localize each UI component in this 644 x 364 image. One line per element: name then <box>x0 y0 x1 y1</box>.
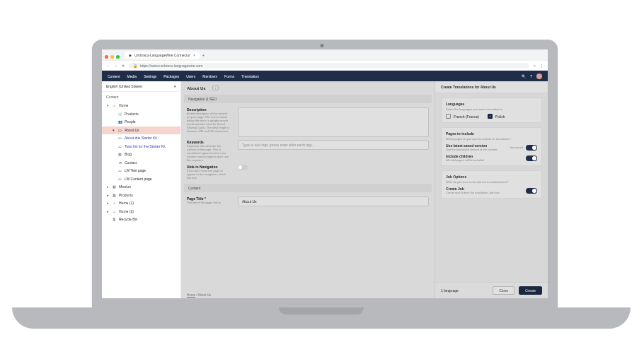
breadcrumb[interactable]: Home / About Us <box>187 293 211 297</box>
close-icon[interactable]: × <box>193 53 195 57</box>
grid-icon: ▦ <box>112 193 117 199</box>
nav-back[interactable]: ← <box>106 64 110 68</box>
user-avatar[interactable] <box>536 74 542 79</box>
url-text: https://www.umbraco.languagewire.com <box>140 64 202 68</box>
create-job-sub: Create and Submit the translation Job no… <box>446 191 500 194</box>
nav-members[interactable]: Members <box>202 74 217 78</box>
tree-products[interactable]: 🛒Products <box>102 110 180 119</box>
nav-settings[interactable]: Settings <box>144 74 156 78</box>
panel-footer: 1 language Close Create <box>435 282 548 298</box>
include-children-toggle[interactable] <box>526 155 537 161</box>
job-options-sub: What do you want to do with the translat… <box>446 180 537 184</box>
tree-home-1[interactable]: ▸⌂Home (1) <box>102 199 180 208</box>
people-icon: 👥 <box>117 119 122 125</box>
description-help: A brief description of the content on yo… <box>187 112 231 133</box>
pagetitle-input[interactable]: About Us <box>238 196 429 206</box>
home-icon: ⌂ <box>112 201 117 206</box>
tree-lw-content[interactable]: ▭LW Content page <box>102 175 180 184</box>
checkbox-polish[interactable] <box>488 114 493 119</box>
panel-title: Create Translations for About Us <box>435 81 548 93</box>
pages-sub: Which pages do you want to include for t… <box>446 137 537 141</box>
create-button[interactable]: Create <box>519 286 542 295</box>
tree-people[interactable]: 👥People <box>102 118 180 127</box>
create-job-toggle[interactable] <box>526 188 537 194</box>
window-controls <box>105 49 122 61</box>
grid-icon: ▦ <box>112 184 117 190</box>
nav-forward[interactable]: → <box>114 64 117 68</box>
chevron-down-icon: ▾ <box>174 84 176 88</box>
content-editor: About Us i Navigation & SEO Description … <box>181 81 435 298</box>
pagetitle-help: The title of the page, this is <box>187 201 231 204</box>
description-input[interactable] <box>238 107 429 137</box>
nav-forms[interactable]: Forms <box>224 74 234 78</box>
lang-french[interactable]: French (France) <box>446 114 479 119</box>
doc-icon: ▭ <box>117 144 122 150</box>
doc-icon: ▭ <box>117 136 122 141</box>
nav-media[interactable]: Media <box>127 74 137 78</box>
nav-content[interactable]: Content <box>108 74 120 78</box>
lock-icon: 🔒 <box>133 64 137 68</box>
search-icon[interactable]: 🔍 <box>522 74 526 78</box>
bookmark-icon[interactable]: ☆ <box>533 64 536 68</box>
section-content: Content <box>184 184 432 192</box>
favicon-icon: ◆ <box>129 53 132 57</box>
tab-title: Umbraco-LanguageWire Connector <box>134 53 190 57</box>
doc-icon: ▭ <box>117 168 122 174</box>
home-icon: ⌂ <box>112 103 117 109</box>
top-navigation: Content Media Settings Packages Users Me… <box>102 71 548 81</box>
tree-blog[interactable]: ▦Blog <box>102 151 180 159</box>
tree-about-us[interactable]: ▾▭About Us <box>102 127 180 135</box>
include-children-sub: All child pages will be included <box>446 158 484 162</box>
nav-packages[interactable]: Packages <box>163 74 179 78</box>
tree-contact[interactable]: ✉Contact <box>102 159 180 168</box>
mail-icon: ✉ <box>117 160 122 166</box>
language-selector[interactable]: English (United States) ▾ <box>102 81 180 92</box>
tree-todo[interactable]: ▭Todo list for the Starter Kit <box>102 143 180 151</box>
tree-about-starter[interactable]: ▭About this Starter Kit <box>102 134 180 143</box>
doc-icon: ▭ <box>117 128 122 134</box>
lang-polish[interactable]: Polish <box>488 114 505 119</box>
lang-french-label: French (France) <box>454 115 479 119</box>
grid-icon: ▦ <box>117 152 122 158</box>
nav-users[interactable]: Users <box>186 74 195 78</box>
nav-translation[interactable]: Translation <box>241 74 259 78</box>
pages-card: Pages to include Which pages do you want… <box>441 127 542 166</box>
browser-chrome: ◆ Umbraco-LanguageWire Connector × + ← →… <box>102 49 548 71</box>
address-bar[interactable]: 🔒 https://www.umbraco.languagewire.com <box>129 63 529 69</box>
job-options-header: Job Options <box>446 175 537 179</box>
pages-header: Pages to include <box>446 131 537 136</box>
lang-polish-label: Polish <box>495 115 505 119</box>
tree-mission[interactable]: ▸▦Mission <box>102 183 180 192</box>
cart-icon: 🛒 <box>117 112 122 117</box>
languages-sub: Select the languages you want to transla… <box>446 107 537 111</box>
info-pill[interactable]: i <box>212 86 219 90</box>
translation-panel: Create Translations for About Us Languag… <box>435 81 548 298</box>
page-title: About Us <box>187 86 206 90</box>
menu-icon[interactable]: ⋮ <box>540 64 544 68</box>
trash-icon: 🗑 <box>112 217 117 223</box>
tree-home-2[interactable]: ▸⌂Home (2) <box>102 208 180 216</box>
content-tree: ▾⌂Home 🛒Products 👥People ▾▭About Us ▭Abo… <box>102 102 180 224</box>
hide-nav-toggle[interactable] <box>238 165 248 170</box>
new-tab-button[interactable]: + <box>202 53 205 57</box>
hide-nav-help: If you don't want this page to appear in… <box>187 169 231 180</box>
tree-recycle-bin[interactable]: 🗑Recycle Bin <box>102 216 180 224</box>
help-icon[interactable]: ? <box>530 74 532 78</box>
keywords-help: Keywords that describe the content of th… <box>187 144 231 162</box>
home-icon: ⌂ <box>112 209 117 215</box>
languages-card: Languages Select the languages you want … <box>441 98 542 123</box>
latest-saved-sub: Use the last saved version of the conten… <box>446 148 498 151</box>
close-button[interactable]: Close <box>493 286 514 295</box>
keywords-input[interactable]: Type to add tags (press enter after each… <box>238 140 429 150</box>
tree-products-2[interactable]: ▸▦Products <box>102 192 180 200</box>
latest-saved-badge: last saved <box>510 146 523 149</box>
footer-summary: 1 language <box>441 288 459 293</box>
browser-tab[interactable]: ◆ Umbraco-LanguageWire Connector × <box>125 52 200 59</box>
tree-home[interactable]: ▾⌂Home <box>102 102 180 110</box>
sidebar: English (United States) ▾ Content ▾⌂Home… <box>102 81 181 298</box>
checkbox-french[interactable] <box>446 114 451 119</box>
section-navseo: Navigation & SEO <box>184 95 432 103</box>
tree-lw-test[interactable]: ▭LW Test page <box>102 167 180 175</box>
nav-reload[interactable]: ⟳ <box>122 64 125 68</box>
latest-saved-toggle[interactable] <box>526 145 537 151</box>
